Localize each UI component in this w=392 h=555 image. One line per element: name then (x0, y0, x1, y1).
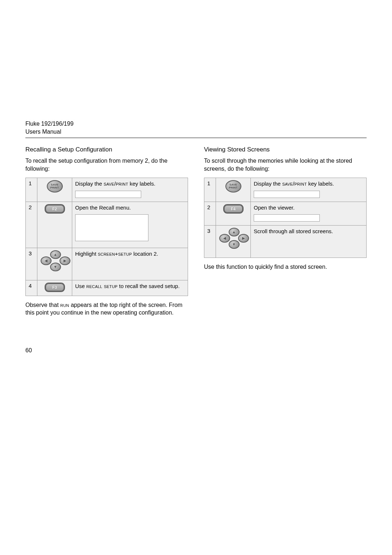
arrow-pad-icon: ▲ ◀ ▶ ▼ (219, 228, 248, 247)
right-intro: To scroll through the memories while loo… (204, 157, 367, 173)
step-description: Display the save/print key labels. (75, 181, 155, 187)
left-observe-note: Observe that run appears at the top righ… (25, 301, 188, 317)
right-steps-table: 1 SAVE PRINT Display the save/print key … (204, 178, 367, 258)
viewer-placeholder (254, 214, 320, 222)
step-number: 2 (29, 204, 32, 210)
f2-key-icon: F2 (45, 204, 65, 214)
arrow-pad-icon: ▲ ◀ ▶ ▼ (41, 250, 69, 270)
header-line-1: Fluke 192/196/199 (25, 120, 367, 128)
right-section-title: Viewing Stored Screens (204, 146, 367, 153)
step-description: Highlight screen+setup location 2. (75, 251, 158, 257)
save-print-key-icon: SAVE PRINT (225, 180, 241, 193)
arrow-up-icon: ▲ (229, 228, 240, 236)
step-number: 3 (29, 250, 32, 256)
step-description: Use recall setup to recall the saved set… (75, 283, 180, 289)
step-number: 1 (29, 180, 32, 186)
page-number: 60 (25, 347, 367, 354)
f3-key-icon: F3 (45, 283, 65, 292)
save-menu-placeholder (254, 191, 320, 198)
recall-menu-placeholder (75, 214, 148, 241)
table-row: 1 SAVE PRINT Display the save/print key … (204, 178, 367, 202)
header-rule (25, 138, 367, 138)
arrow-down-icon: ▼ (50, 263, 61, 271)
f4-key-icon: F4 (223, 204, 244, 214)
arrow-right-icon: ▶ (238, 234, 249, 243)
step-description: Open the Recall menu. (75, 204, 131, 211)
step-description: Display the save/print key labels. (254, 181, 334, 187)
arrow-down-icon: ▼ (229, 240, 240, 249)
arrow-right-icon: ▶ (60, 256, 70, 265)
step-number: 2 (207, 204, 210, 210)
header-line-2: Users Manual (25, 128, 367, 136)
table-row: 2 F2 Open the Recall menu. (26, 202, 188, 248)
right-note: Use this function to quickly find a stor… (204, 263, 367, 271)
step-description: Scroll through all stored screens. (254, 228, 333, 234)
left-steps-table: 1 SAVE PRINT Display the save/print key … (25, 178, 188, 296)
manual-page: Fluke 192/196/199 Users Manual Recalling… (0, 0, 392, 376)
two-column-layout: Recalling a Setup Configuration To recal… (25, 145, 367, 322)
table-row: 3 ▲ ◀ ▶ ▼ Highlight screen+setup locatio… (26, 248, 188, 280)
save-print-key-icon: SAVE PRINT (47, 180, 63, 193)
table-row: 4 F3 Use recall setup to recall the save… (26, 280, 188, 296)
arrow-left-icon: ◀ (219, 234, 230, 243)
left-column: Recalling a Setup Configuration To recal… (25, 145, 188, 322)
step-number: 4 (29, 283, 32, 289)
left-intro: To recall the setup configuration from m… (25, 157, 188, 173)
left-section-title: Recalling a Setup Configuration (25, 146, 188, 153)
step-number: 1 (207, 180, 210, 186)
right-column: Viewing Stored Screens To scroll through… (204, 145, 367, 322)
page-header: Fluke 192/196/199 Users Manual (25, 120, 367, 135)
step-description: Open the viewer. (254, 204, 295, 211)
step-number: 3 (207, 228, 210, 234)
save-menu-placeholder (75, 191, 141, 198)
table-row: 3 ▲ ◀ ▶ ▼ Scroll through all stored scre… (204, 225, 367, 258)
table-row: 1 SAVE PRINT Display the save/print key … (26, 178, 188, 202)
arrow-up-icon: ▲ (50, 250, 61, 259)
table-row: 2 F4 Open the viewer. (204, 202, 367, 225)
arrow-left-icon: ◀ (41, 256, 52, 265)
